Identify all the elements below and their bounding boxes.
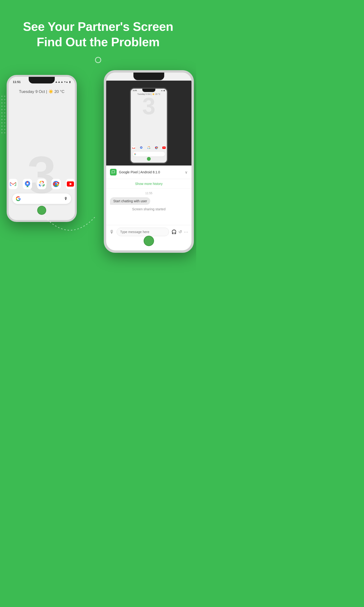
svg-point-54: [26, 183, 28, 185]
svg-point-63: [141, 147, 142, 148]
left-phone-date: Tuesday 9 Oct | ☀️ 20 °C: [9, 89, 75, 94]
chat-action-buttons: 🎧 ↺ ⋯: [171, 229, 188, 235]
more-options-icon[interactable]: ⋯: [184, 229, 188, 235]
inner-chrome-icon: [154, 145, 159, 150]
show-more-history-button[interactable]: Show more history: [106, 179, 192, 189]
inner-youtube-icon: [161, 145, 167, 150]
inner-status-icons: ▲▲▮: [161, 90, 165, 92]
inner-photos-icon: [146, 145, 151, 150]
left-phone-time: 11:51: [13, 80, 21, 84]
youtube-icon: [66, 179, 75, 189]
left-phone: 11:51 ▲▲▲ ▾▲ ▮ Tuesday 9 Oct | ☀️ 20 °C …: [7, 75, 77, 222]
inner-maps-icon: [139, 145, 144, 150]
chat-brand-icon: [111, 170, 115, 174]
right-phone-frame: 11:51 ▲▲▮ Tuesday 9 Oct | ☀️ 20 °C 3: [104, 70, 194, 253]
chevron-down-icon[interactable]: ∨: [185, 170, 188, 174]
screen-sharing-message: Screen sharing started: [110, 207, 188, 211]
chat-timestamp: 11:55: [110, 192, 188, 195]
circle-indicator: [95, 57, 101, 63]
inner-time: 11:51: [133, 90, 137, 92]
right-phone: 11:51 ▲▲▮ Tuesday 9 Oct | ☀️ 20 °C 3: [104, 70, 194, 253]
header-section: See Your Partner's Screen Find Out the P…: [0, 0, 196, 54]
inner-search-bar: [133, 152, 165, 157]
left-phone-status-icons: ▲▲▲ ▾▲ ▮: [55, 80, 71, 83]
assistant-icon: 🎙: [64, 197, 68, 201]
svg-point-55: [40, 183, 43, 185]
refresh-icon[interactable]: ↺: [179, 229, 182, 235]
message-input[interactable]: [117, 228, 169, 236]
microphone-icon[interactable]: 🎙: [109, 229, 114, 235]
left-phone-frame: 11:51 ▲▲▲ ▾▲ ▮ Tuesday 9 Oct | ☀️ 20 °C …: [7, 75, 77, 222]
inner-big-number: 3: [131, 94, 167, 118]
headset-icon[interactable]: 🎧: [171, 229, 177, 235]
maps-icon: [23, 179, 32, 189]
inner-home-button: [147, 157, 151, 161]
wifi-icon: ▾▲: [64, 80, 68, 83]
inner-phone-preview: 11:51 ▲▲▮ Tuesday 9 Oct | ☀️ 20 °C 3: [130, 88, 168, 164]
chat-messages-area: 11:55 Start chatting with user Screen sh…: [106, 189, 192, 214]
right-phone-screen: 11:51 ▲▲▮ Tuesday 9 Oct | ☀️ 20 °C 3: [106, 73, 192, 251]
gmail-icon: [9, 179, 17, 189]
chat-header-label: Google Pixel | Android 8.1.0: [119, 170, 160, 174]
inner-google-g: [134, 153, 136, 155]
phones-section: 11:51 ▲▲▲ ▾▲ ▮ Tuesday 9 Oct | ☀️ 20 °C …: [0, 70, 196, 255]
headline: See Your Partner's Screen Find Out the P…: [0, 19, 196, 50]
left-phone-notch: [29, 77, 55, 83]
battery-icon: ▮: [69, 80, 71, 83]
inner-app-icons: [131, 145, 167, 150]
start-chat-bubble: Start chatting with user: [110, 197, 150, 205]
signal-icon: ▲▲▲: [55, 80, 63, 83]
chrome-icon: [52, 179, 60, 189]
google-g-icon: [16, 196, 21, 201]
right-phone-home-button[interactable]: [143, 236, 154, 246]
inner-notch: [143, 89, 156, 92]
left-phone-app-icons: [9, 179, 75, 189]
left-phone-big-number: 3: [27, 149, 56, 201]
chat-app-icon: [110, 169, 117, 175]
left-phone-home-button[interactable]: [37, 206, 46, 215]
svg-point-58: [55, 183, 57, 185]
chat-header[interactable]: Google Pixel | Android 8.1.0 ∨: [106, 166, 192, 179]
right-phone-notch: [133, 73, 164, 80]
photos-icon: [37, 179, 46, 189]
screen-share-overlay: 11:51 ▲▲▮ Tuesday 9 Oct | ☀️ 20 °C 3: [106, 81, 192, 171]
inner-gmail-icon: [131, 145, 136, 150]
left-phone-searchbar[interactable]: 🎙: [12, 194, 71, 204]
left-phone-screen: 11:51 ▲▲▲ ▾▲ ▮ Tuesday 9 Oct | ☀️ 20 °C …: [9, 77, 75, 220]
background: See Your Partner's Screen Find Out the P…: [0, 0, 196, 327]
